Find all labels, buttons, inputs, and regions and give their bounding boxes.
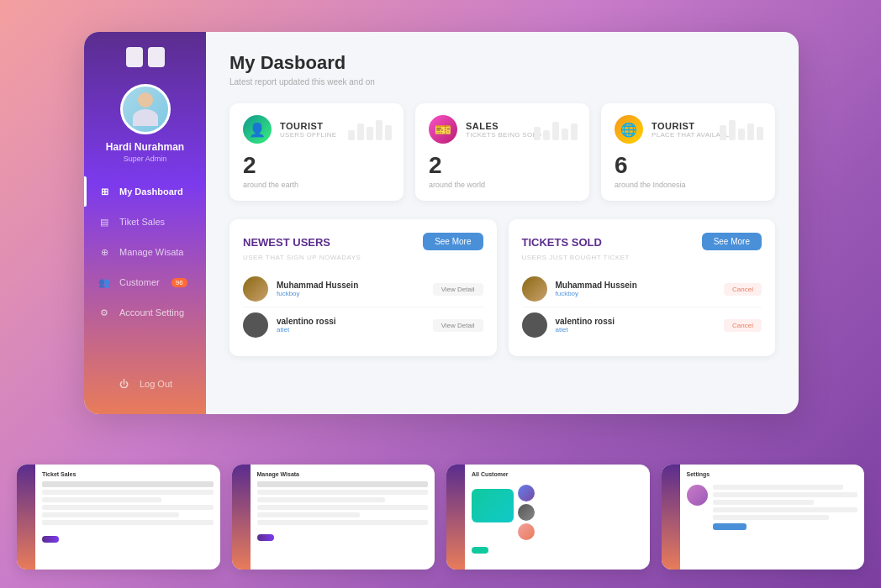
stat-label: around the earth <box>243 181 390 189</box>
stat-text: TOURIST USERS OFFLINE <box>280 121 336 139</box>
thumb-avatar <box>518 485 535 501</box>
sidebar-bottom: ⏻ Log Out <box>104 369 186 399</box>
thumb-toggle <box>257 534 274 541</box>
bar-2 <box>729 120 736 140</box>
stat-title: TOURIST <box>280 121 336 131</box>
stat-label: around the world <box>429 181 576 189</box>
user-avatar <box>243 312 268 338</box>
logo-box-1 <box>126 47 143 67</box>
thumb-content: Ticket Sales <box>35 465 220 570</box>
main-dashboard-card: Hardi Nurahman Super Admin ⊞ My Dashboar… <box>84 32 799 414</box>
page-title: My Dasboard <box>229 52 775 74</box>
bar-3 <box>552 122 559 140</box>
user-row: valentino rossi atlet Cancel <box>522 307 762 343</box>
bar-4 <box>376 120 382 140</box>
ticket-sales-thumbnail[interactable]: Ticket Sales <box>17 465 220 570</box>
sales-icon: 🎫 <box>429 115 457 144</box>
thumb-sidebar <box>446 465 465 570</box>
thumb-sidebar <box>232 465 251 570</box>
user-role: Super Admin <box>124 155 167 163</box>
thumb-form-row <box>713 485 843 490</box>
bar-1 <box>720 125 726 140</box>
stat-subtitle: TICKETS BEING SOLD <box>466 131 541 139</box>
cancel-button[interactable]: Cancel <box>724 319 762 332</box>
user-avatar <box>522 276 547 302</box>
thumb-footer <box>472 543 643 554</box>
stat-subtitle: USERS OFFLINE <box>280 131 336 139</box>
manage-wisata-thumbnail[interactable]: Manage Wisata <box>232 465 435 570</box>
sidebar-item-wisata[interactable]: ⊕ Manage Wisata <box>84 237 206 267</box>
sidebar-item-customer[interactable]: 👥 Customer 96 <box>84 267 206 297</box>
view-detail-button[interactable]: View Detail <box>433 319 483 332</box>
user-info: valentino rossi atlet <box>556 317 716 333</box>
thumb-row <box>42 512 179 517</box>
settings-thumbnail[interactable]: Settings <box>662 465 865 570</box>
thumb-toggle <box>42 536 59 543</box>
bar-3 <box>738 129 745 140</box>
page-subtitle: Latest report updated this week and on <box>229 77 775 87</box>
dashboard-icon: ⊞ <box>98 185 111 198</box>
bar-5 <box>385 125 392 140</box>
panel-header: TICKETS SOLD See More <box>522 233 762 250</box>
sidebar-item-label: Manage Wisata <box>119 247 183 257</box>
sidebar-item-label: My Dashboard <box>119 186 183 197</box>
place-icon: 🌐 <box>615 115 643 144</box>
bar-1 <box>348 130 355 140</box>
see-more-tickets-button[interactable]: See More <box>702 233 762 250</box>
bottom-panels: NEWEST USERS See More USER THAT SIGN UP … <box>229 219 775 356</box>
thumb-main-area <box>687 485 858 530</box>
user-name: valentino rossi <box>277 317 425 326</box>
stat-text: SALES TICKETS BEING SOLD <box>466 121 541 139</box>
view-detail-button[interactable]: View Detail <box>433 283 483 296</box>
cancel-button[interactable]: Cancel <box>724 283 762 296</box>
thumb-row <box>257 497 386 502</box>
thumb-toggle <box>472 547 488 554</box>
see-more-newest-button[interactable]: See More <box>423 233 483 250</box>
customer-icon: 👥 <box>98 276 111 289</box>
stat-card-sales: 🎫 SALES TICKETS BEING SOLD 2 around the … <box>415 103 589 201</box>
thumbnails-row: Ticket Sales Manage Wisata <box>17 465 864 570</box>
thumb-row-header <box>257 481 429 487</box>
thumb-content: Manage Wisata <box>251 465 435 570</box>
thumb-row <box>42 520 214 525</box>
panel-subtitle: USERS JUST BOUGHT TICKET <box>522 254 762 261</box>
panel-title-highlight: TICKETS <box>522 236 569 249</box>
logout-label: Log Out <box>140 379 172 389</box>
sidebar: Hardi Nurahman Super Admin ⊞ My Dashboar… <box>84 32 206 414</box>
thumb-content: All Customer <box>465 465 650 570</box>
logout-button[interactable]: ⏻ Log Out <box>118 377 172 391</box>
panel-title: TICKETS SOLD <box>522 236 602 249</box>
user-row: Muhammad Hussein fuckboy View Detail <box>243 271 483 307</box>
thumb-row-header <box>42 481 214 487</box>
sidebar-item-label: Customer <box>119 277 160 287</box>
thumb-main-area <box>472 485 643 540</box>
thumb-row <box>257 505 429 510</box>
thumb-row <box>42 490 214 495</box>
settings-icon: ⚙ <box>98 306 111 319</box>
stat-bar <box>348 115 392 140</box>
stat-value: 2 <box>429 152 576 179</box>
sidebar-item-account[interactable]: ⚙ Account Setting <box>84 297 206 328</box>
avatar-image <box>129 92 162 126</box>
sidebar-item-label: Tiket Sales <box>119 217 165 227</box>
user-name: Muhammad Hussein <box>277 281 425 290</box>
user-name: Muhammad Hussein <box>556 281 716 290</box>
user-name: valentino rossi <box>556 317 716 326</box>
all-customer-thumbnail[interactable]: All Customer <box>446 465 650 570</box>
sidebar-item-dashboard[interactable]: ⊞ My Dashboard <box>84 176 206 207</box>
panel-title-rest: SOLD <box>568 236 602 249</box>
sidebar-item-label: Account Setting <box>119 307 184 318</box>
logout-icon: ⏻ <box>118 377 131 391</box>
thumb-save-btn <box>713 523 746 530</box>
user-tag: fuckboy <box>277 290 425 297</box>
panel-title-highlight: NEWEST <box>243 236 290 249</box>
bar-4 <box>562 129 568 140</box>
thumb-sidebar <box>17 465 35 570</box>
thumb-cta <box>472 489 514 522</box>
sidebar-item-tiket[interactable]: ▤ Tiket Sales <box>84 207 206 237</box>
thumb-row <box>257 520 429 525</box>
tickets-sold-panel: TICKETS SOLD See More USERS JUST BOUGHT … <box>509 219 776 356</box>
sidebar-logo <box>126 47 165 67</box>
tourist-icon: 👤 <box>243 115 272 144</box>
panel-title-newest: NEWEST USERS <box>243 234 330 249</box>
